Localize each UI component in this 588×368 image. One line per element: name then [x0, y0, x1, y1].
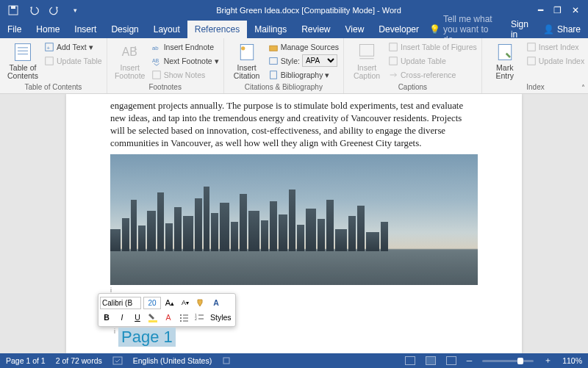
zoom-level[interactable]: 110% — [562, 356, 582, 365]
svg-rect-18 — [270, 71, 276, 79]
read-mode-icon[interactable] — [405, 356, 415, 365]
share-icon: 👤 — [543, 24, 554, 35]
spellcheck-icon[interactable] — [112, 356, 123, 365]
redo-icon[interactable] — [47, 3, 62, 18]
share-button[interactable]: 👤Share — [536, 22, 588, 37]
sign-in-link[interactable]: Sign in — [503, 19, 536, 40]
update-index-button[interactable]: Update Index — [526, 54, 584, 67]
bibliography-button[interactable]: Bibliography ▾ — [268, 68, 339, 81]
styles-label[interactable]: Styles — [208, 311, 234, 324]
group-captions: Insert Caption Insert Table of Figures U… — [344, 38, 482, 93]
update-table-button[interactable]: Update Table — [44, 54, 102, 67]
bold-icon[interactable]: B — [100, 311, 113, 324]
svg-text:+: + — [47, 44, 51, 51]
insert-endnote-button[interactable]: abInsert Endnote — [151, 40, 219, 53]
svg-rect-38 — [113, 357, 122, 364]
tab-developer[interactable]: Developer — [371, 21, 426, 38]
web-layout-icon[interactable] — [446, 356, 456, 365]
insert-footnote-button[interactable]: AB1 Insert Footnote — [112, 40, 148, 82]
tab-design[interactable]: Design — [104, 21, 146, 38]
format-painter-icon[interactable] — [194, 297, 207, 309]
zoom-out-icon[interactable]: ─ — [467, 356, 472, 365]
language-indicator[interactable]: English (United States) — [133, 356, 212, 365]
status-bar: Page 1 of 1 2 of 72 words English (Unite… — [0, 353, 588, 368]
group-label: Footnotes — [112, 82, 219, 93]
svg-rect-19 — [359, 45, 373, 57]
numbering-icon[interactable]: 12 — [193, 311, 206, 324]
page-number-text[interactable]: i Page 1 — [118, 328, 176, 347]
menu-tabs: File Home Insert Design Layout Reference… — [0, 21, 588, 38]
page-indicator[interactable]: Page 1 of 1 — [6, 356, 46, 365]
qat-customize-icon[interactable]: ▾ — [68, 3, 82, 18]
body-paragraph[interactable]: engagement projects annually. The purpos… — [110, 100, 478, 150]
print-layout-icon[interactable] — [426, 356, 436, 365]
grow-font-icon[interactable]: A▴ — [163, 297, 176, 309]
underline-icon[interactable]: U — [131, 311, 144, 324]
font-color-icon[interactable]: A — [162, 311, 175, 324]
bullets-icon[interactable] — [177, 311, 190, 324]
tab-view[interactable]: View — [338, 21, 372, 38]
insert-caption-button[interactable]: Insert Caption — [348, 40, 385, 82]
save-icon[interactable] — [6, 3, 21, 18]
word-count[interactable]: 2 of 72 words — [56, 356, 102, 365]
italic-icon[interactable]: I — [115, 311, 129, 324]
svg-point-15 — [241, 46, 245, 50]
highlight-icon[interactable] — [146, 311, 159, 324]
tab-insert[interactable]: Insert — [67, 21, 104, 38]
tab-mailings[interactable]: Mailings — [247, 21, 294, 38]
group-footnotes: AB1 Insert Footnote abInsert Endnote ABN… — [107, 38, 224, 93]
styles-icon[interactable]: A — [209, 297, 223, 309]
svg-rect-39 — [223, 358, 229, 364]
tab-layout[interactable]: Layout — [146, 21, 187, 38]
insert-index-button[interactable]: Insert Index — [526, 40, 584, 53]
tab-references[interactable]: References — [187, 21, 247, 38]
svg-rect-2 — [15, 44, 31, 61]
undo-icon[interactable] — [26, 3, 41, 18]
group-label: Captions — [348, 82, 477, 93]
insert-table-figures-button[interactable]: Insert Table of Figures — [388, 40, 477, 53]
zoom-in-icon[interactable]: ＋ — [544, 356, 552, 366]
close-icon[interactable]: ✕ — [572, 5, 579, 15]
tab-review[interactable]: Review — [294, 21, 337, 38]
manage-sources-button[interactable]: Manage Sources — [268, 40, 339, 53]
update-captions-button[interactable]: Update Table — [388, 54, 477, 67]
tab-home[interactable]: Home — [29, 21, 67, 38]
svg-rect-27 — [148, 320, 157, 322]
table-of-contents-button[interactable]: Table of Contents — [4, 40, 41, 82]
macro-record-icon[interactable] — [222, 356, 231, 365]
svg-rect-16 — [269, 46, 277, 51]
svg-point-30 — [180, 317, 182, 319]
next-footnote-button[interactable]: ABNext Footnote ▾ — [151, 54, 219, 67]
mini-toolbar: A▴ A▾ A B I U A 12 Styles — [98, 293, 236, 327]
svg-point-32 — [180, 320, 182, 322]
svg-point-28 — [180, 314, 182, 316]
svg-rect-17 — [269, 57, 277, 64]
skyline-decoration — [110, 185, 478, 251]
mini-font-select[interactable] — [100, 297, 141, 309]
citation-style[interactable]: Style: APA — [268, 54, 339, 67]
cross-reference-button[interactable]: Cross-reference — [388, 68, 477, 81]
svg-text:1: 1 — [134, 45, 137, 51]
svg-rect-24 — [527, 43, 535, 51]
group-label: Table of Contents — [4, 82, 102, 93]
show-notes-button[interactable]: Show Notes — [151, 68, 219, 81]
restore-icon[interactable]: ❐ — [553, 5, 562, 15]
svg-text:ab: ab — [152, 44, 159, 51]
add-text-button[interactable]: +Add Text ▾ — [44, 40, 102, 53]
svg-rect-21 — [390, 43, 398, 51]
style-select[interactable]: APA — [302, 54, 337, 67]
insert-citation-button[interactable]: Insert Citation — [229, 40, 265, 82]
group-toc: Table of Contents +Add Text ▾ Update Tab… — [0, 38, 107, 93]
group-label: Index — [487, 82, 584, 93]
mini-font-size[interactable] — [143, 297, 161, 309]
group-label: Citations & Bibliography — [229, 82, 339, 93]
mark-entry-button[interactable]: Mark Entry — [487, 40, 523, 82]
svg-text:2: 2 — [195, 317, 197, 321]
shrink-font-icon[interactable]: A▾ — [179, 297, 192, 309]
inline-image[interactable] — [110, 154, 478, 285]
zoom-slider[interactable] — [482, 360, 534, 362]
minimize-icon[interactable]: ━ — [538, 5, 543, 15]
tab-file[interactable]: File — [0, 21, 29, 38]
collapse-ribbon-icon[interactable]: ˄ — [581, 84, 585, 92]
svg-rect-13 — [152, 71, 160, 79]
